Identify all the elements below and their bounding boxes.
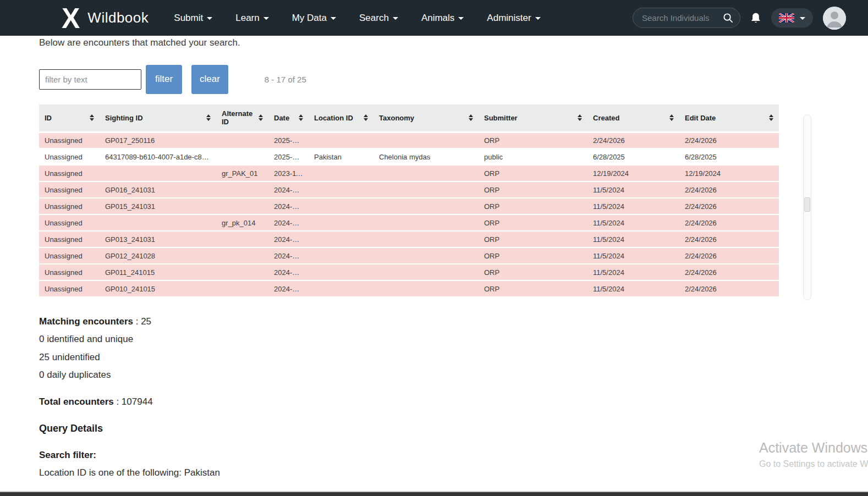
sort-icon[interactable]: [669, 114, 674, 121]
sort-icon[interactable]: [90, 114, 94, 121]
table-row[interactable]: Unassignedgr_PAK_012023-11-28ORP12/19/20…: [39, 165, 779, 181]
filter-controls: filter clear 8 - 17 of 25: [39, 64, 868, 95]
main-nav: SubmitLearnMy DataSearchAnimalsAdministe…: [174, 13, 540, 24]
scrollbar-thumb[interactable]: [804, 197, 810, 212]
table-row[interactable]: UnassignedGP010_2410152024-10-15ORP11/5/…: [39, 280, 779, 297]
bell-icon[interactable]: [750, 12, 761, 24]
table-cell: 2/24/2026: [679, 198, 779, 214]
sort-icon[interactable]: [299, 114, 303, 121]
uk-flag-icon: [779, 13, 794, 23]
sort-icon[interactable]: [259, 114, 263, 121]
table-cell: Unassigned: [39, 181, 100, 198]
table-row[interactable]: UnassignedGP013_2410312024-10-31ORP11/5/…: [39, 231, 779, 247]
chevron-down-icon: [458, 17, 464, 20]
sort-icon[interactable]: [206, 114, 211, 121]
column-header-submitter[interactable]: Submitter: [479, 104, 587, 132]
table-cell: Unassigned: [39, 148, 100, 165]
sort-icon[interactable]: [364, 114, 368, 121]
table-cell: Unassigned: [39, 247, 100, 264]
table-cell: [373, 264, 479, 280]
pagination-range-label: 8 - 17 of 25: [265, 75, 306, 84]
sort-icon[interactable]: [769, 114, 773, 121]
nav-item-my-data[interactable]: My Data: [292, 13, 336, 24]
identified-unique-line: 0 identified and unique: [39, 334, 868, 345]
table-cell: 2023-11-28: [268, 165, 309, 181]
column-header-location-id[interactable]: Location ID: [309, 104, 373, 132]
table-row[interactable]: Unassignedgr_pk_0142024-10-31ORP11/5/202…: [39, 214, 779, 231]
filter-text-input[interactable]: [39, 69, 141, 90]
search-input[interactable]: [642, 13, 723, 23]
column-header-date[interactable]: Date: [268, 104, 309, 132]
table-scrollbar[interactable]: [803, 114, 811, 300]
table-cell: 64317089-b610-4007-a1de-c872a99a4c...: [100, 148, 216, 165]
results-intro-text: Below are encounters that matched your s…: [39, 36, 868, 48]
nav-item-learn[interactable]: Learn: [235, 13, 268, 24]
table-cell: 2024-10-31: [268, 214, 309, 231]
table-cell: Unassigned: [39, 198, 100, 214]
table-cell: 11/5/2024: [587, 198, 679, 214]
nav-item-search[interactable]: Search: [359, 13, 398, 24]
table-cell: Unassigned: [39, 214, 100, 231]
column-header-taxonomy[interactable]: Taxonomy: [373, 104, 479, 132]
column-header-sighting-id[interactable]: Sighting ID: [100, 104, 216, 132]
chevron-down-icon: [263, 17, 269, 20]
clear-button[interactable]: clear: [191, 65, 228, 94]
table-row[interactable]: UnassignedGP017_2501162025-01-16ORP2/24/…: [39, 132, 779, 148]
matching-encounters-line: Matching encounters : 25: [39, 316, 868, 327]
table-row[interactable]: Unassigned64317089-b610-4007-a1de-c872a9…: [39, 148, 779, 165]
table-row[interactable]: UnassignedGP016_2410312024-10-31ORP11/5/…: [39, 181, 779, 198]
table-cell: [100, 165, 216, 181]
column-header-created[interactable]: Created: [587, 104, 679, 132]
table-row[interactable]: UnassignedGP015_2410312024-10-31ORP11/5/…: [39, 198, 779, 214]
individual-search[interactable]: [633, 8, 740, 28]
filter-button[interactable]: filter: [146, 65, 182, 94]
search-filter-label: Search filter:: [39, 450, 868, 461]
table-cell: 6/28/2025: [679, 148, 779, 165]
table-cell: [373, 214, 479, 231]
table-row[interactable]: UnassignedGP012_2410282024-10-28ORP11/5/…: [39, 247, 779, 264]
table-cell: 2/24/2026: [679, 181, 779, 198]
table-cell: [216, 247, 268, 264]
search-icon[interactable]: [723, 13, 733, 23]
table-cell: GP017_250116: [100, 132, 216, 148]
table-cell: [216, 280, 268, 297]
table-cell: GP013_241031: [100, 231, 216, 247]
table-cell: Unassigned: [39, 165, 100, 181]
table-row[interactable]: UnassignedGP011_2410152024-10-15ORP11/5/…: [39, 264, 779, 280]
language-selector[interactable]: [771, 8, 813, 27]
column-label: Taxonomy: [379, 114, 414, 122]
nav-item-submit[interactable]: Submit: [174, 13, 212, 24]
search-filter-value: Location ID is one of the following: Pak…: [39, 467, 868, 478]
table-cell: Unassigned: [39, 132, 100, 148]
table-cell: Unassigned: [39, 264, 100, 280]
sort-icon[interactable]: [469, 114, 473, 121]
chevron-down-icon: [535, 17, 541, 20]
nav-item-label: Submit: [174, 13, 203, 24]
table-cell: [216, 198, 268, 214]
brand[interactable]: X Wildbook: [62, 4, 149, 32]
column-header-edit-date[interactable]: Edit Date: [679, 104, 779, 132]
column-label: Alternate ID: [222, 109, 255, 126]
user-avatar[interactable]: [823, 7, 846, 30]
column-header-id[interactable]: ID: [39, 104, 100, 132]
column-header-alternate-id[interactable]: Alternate ID: [216, 104, 268, 132]
top-navbar: X Wildbook SubmitLearnMy DataSearchAnima…: [0, 0, 868, 36]
table-cell: Chelonia mydas: [373, 148, 479, 165]
table-cell: ORP: [479, 231, 587, 247]
table-cell: [100, 214, 216, 231]
table-cell: 11/5/2024: [587, 247, 679, 264]
table-cell: [216, 231, 268, 247]
table-cell: [309, 132, 373, 148]
table-cell: [309, 247, 373, 264]
table-cell: 12/19/2024: [679, 165, 779, 181]
sort-icon[interactable]: [578, 114, 582, 121]
table-cell: GP010_241015: [100, 280, 216, 297]
table-cell: GP015_241031: [100, 198, 216, 214]
table-cell: 2/24/2026: [679, 280, 779, 297]
nav-item-administer[interactable]: Administer: [487, 13, 540, 24]
table-cell: ORP: [479, 132, 587, 148]
nav-item-label: Animals: [421, 13, 454, 24]
table-cell: gr_PAK_01: [216, 165, 268, 181]
nav-item-animals[interactable]: Animals: [421, 13, 464, 24]
table-cell: 2024-10-31: [268, 231, 309, 247]
